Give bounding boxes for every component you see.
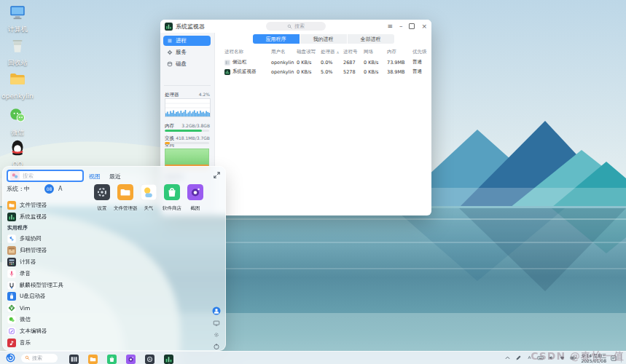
desktop-icon-4[interactable]: 微信 xyxy=(1,106,34,136)
file-manager-icon xyxy=(117,184,133,200)
display-icon[interactable] xyxy=(213,320,220,327)
process-cell: 0 KB/s xyxy=(364,69,387,75)
user-avatar-icon[interactable] xyxy=(212,306,221,315)
process-cell: openkylin xyxy=(271,60,297,66)
column-header-1[interactable]: 进程名称 xyxy=(224,49,271,55)
taskbar-camera-icon[interactable] xyxy=(145,353,154,363)
battery-icon[interactable] xyxy=(570,355,576,361)
launcher-app-item[interactable]: 录音 xyxy=(7,268,89,280)
app-store-icon xyxy=(164,184,180,200)
launcher-grid-label: 文件管理器 xyxy=(114,205,137,212)
nav-item-label: 磁盘 xyxy=(176,60,187,68)
show-desktop-button[interactable] xyxy=(621,353,623,363)
close-button[interactable]: × xyxy=(421,23,427,30)
pen-icon[interactable] xyxy=(515,355,522,361)
cpu-history-chart xyxy=(165,98,211,117)
column-header-6[interactable]: 网络 xyxy=(364,49,387,55)
desktop-icon-label: 微信 xyxy=(1,129,34,136)
launcher-app-label: 录音 xyxy=(20,270,31,277)
launcher-app-item[interactable]: 微信 xyxy=(7,314,89,325)
nav-item-label: 服务 xyxy=(176,49,187,56)
column-header-5[interactable]: 进程号 xyxy=(343,49,364,55)
launcher-app-item[interactable]: 文件管理器 xyxy=(7,199,89,211)
column-header-7[interactable]: 内存 xyxy=(387,49,412,55)
nav-item-3[interactable]: 磁盘 xyxy=(163,59,211,69)
launcher-app-item[interactable]: Vim xyxy=(7,302,89,314)
maximize-button[interactable] xyxy=(409,23,415,29)
window-titlebar[interactable]: 系统监视器 搜索 ≡ – × xyxy=(160,20,431,33)
sidebar-divider xyxy=(164,85,211,86)
desktop-icon-5[interactable]: QQ xyxy=(1,138,34,168)
launcher-app-item[interactable]: 音乐 xyxy=(7,337,89,349)
taskbar-search[interactable]: 搜索 xyxy=(21,354,58,363)
collab-icon xyxy=(7,234,16,243)
process-row-1[interactable]: 侧边栏openkylin0 KB/s0.0%26870 KB/s73.9MB普通 xyxy=(215,58,429,67)
process-cell: 2687 xyxy=(343,60,364,66)
launcher-app-item[interactable]: 计算器 xyxy=(7,256,89,268)
ime-mode[interactable]: A xyxy=(58,186,62,192)
process-row-2[interactable]: 系统监视器openkylin0 KB/s5.0%52780 KB/s38.9MB… xyxy=(215,67,429,76)
tab-3[interactable]: 全部进程 xyxy=(348,34,394,44)
launcher-grid-app[interactable]: 文件管理器 xyxy=(114,184,137,212)
clock[interactable]: 9:14 星期三 2025/01/08 xyxy=(581,353,606,363)
settings-icon xyxy=(94,184,110,200)
kylin-model-icon xyxy=(7,281,16,290)
launcher-app-item[interactable]: 系统监视器 xyxy=(7,211,89,223)
desktop-icon-1[interactable]: 计算机 xyxy=(1,3,34,33)
tab-2[interactable]: 我的进程 xyxy=(300,34,347,44)
launcher-grid-app[interactable]: 截图 xyxy=(184,184,207,212)
app-thumbnail-icon xyxy=(10,171,20,181)
sysmon-app-icon xyxy=(224,69,230,75)
column-header-4[interactable]: 处理器∧ xyxy=(321,49,343,55)
launcher-app-item[interactable]: U盘启动器 xyxy=(7,291,89,303)
service-icon xyxy=(167,50,173,55)
taskbar-file-manager-icon[interactable] xyxy=(88,353,98,363)
launcher-grid-app[interactable]: 天气 xyxy=(137,184,160,212)
launcher-app-label: 系统监视器 xyxy=(20,213,47,221)
swap-bar xyxy=(165,142,209,144)
expand-icon[interactable] xyxy=(213,171,221,179)
process-cell: 0 KB/s xyxy=(364,60,387,66)
launcher-search-input[interactable]: 搜索 xyxy=(7,170,84,182)
nav-item-1[interactable]: 进程 xyxy=(163,36,211,46)
launcher-app-item[interactable]: 麒麟模型管理工具 xyxy=(7,280,89,291)
network-icon[interactable] xyxy=(559,355,566,361)
file-manager-icon xyxy=(7,201,16,210)
disk-icon xyxy=(167,61,173,67)
tab-1[interactable]: 应用程序 xyxy=(253,34,300,44)
taskbar-screenshot-icon[interactable] xyxy=(126,353,136,363)
launcher-app-item[interactable]: 多端协同 xyxy=(7,234,89,245)
start-menu-button[interactable] xyxy=(6,353,15,363)
chevron-up-icon[interactable] xyxy=(504,355,511,361)
launcher-tab-recent[interactable]: 最近 xyxy=(109,173,121,181)
power-icon[interactable] xyxy=(213,343,220,350)
search-icon xyxy=(25,355,30,360)
desktop-icon-2[interactable]: 回收站 xyxy=(1,36,34,66)
launcher-panel: 搜索 视图 最近 系统：中 08 A 文件管理器系统监视器实用程序多端协同归档管… xyxy=(2,166,226,351)
ime-badge[interactable]: 08 xyxy=(44,184,54,194)
desktop-icon-label: openkylin xyxy=(1,92,34,100)
nav-item-2[interactable]: 服务 xyxy=(163,47,211,58)
minimize-button[interactable]: – xyxy=(399,23,403,30)
notification-center-icon[interactable] xyxy=(610,355,617,362)
taskbar-sysmon-app-icon[interactable] xyxy=(164,353,173,363)
computer-icon xyxy=(8,3,27,22)
desktop-icon-3[interactable]: openkylin xyxy=(1,70,34,100)
column-header-2[interactable]: 用户名 xyxy=(271,49,297,55)
launcher-app-item[interactable]: 归档管理器 xyxy=(7,245,89,256)
launcher-grid-app[interactable]: 软件商店 xyxy=(160,184,184,212)
input-a-icon[interactable]: A xyxy=(526,355,533,361)
column-header-3[interactable]: 磁盘读写 xyxy=(297,49,321,55)
launcher-grid-app[interactable]: 设置 xyxy=(90,184,114,212)
launcher-tab-view[interactable]: 视图 xyxy=(89,173,101,181)
column-header-8[interactable]: 优先级 xyxy=(412,49,429,55)
taskbar-app-store-icon[interactable] xyxy=(107,353,117,363)
gear-icon[interactable] xyxy=(213,331,220,339)
taskbar-task-view-icon[interactable] xyxy=(69,353,79,363)
window-menu-button[interactable]: ≡ xyxy=(387,23,393,30)
keyboard-icon[interactable] xyxy=(537,355,544,361)
system-monitor-app-icon xyxy=(165,23,173,31)
launcher-app-item[interactable]: 文本编辑器 xyxy=(7,325,89,337)
window-search-input[interactable]: 搜索 xyxy=(266,22,326,31)
volume-icon[interactable] xyxy=(548,355,555,361)
